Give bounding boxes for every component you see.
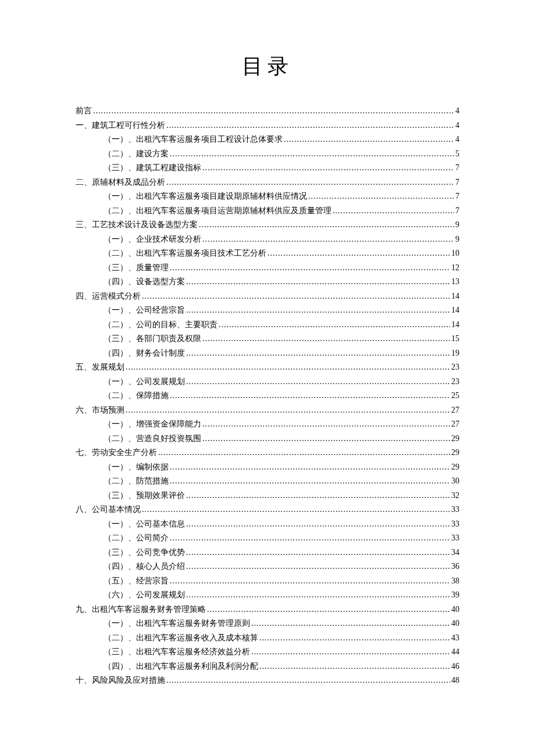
toc-leader-dots: ........................................…	[251, 645, 450, 660]
toc-entry-page: 13	[451, 275, 459, 289]
toc-entry[interactable]: （三）、各部门职责及权限............................…	[76, 332, 459, 346]
toc-leader-dots: ........................................…	[202, 432, 450, 446]
toc-entry-page: 30	[451, 474, 459, 489]
toc-entry[interactable]: 七、劳动安全生产分析..............................…	[76, 446, 459, 460]
toc-entry-label: （一）、编制依据	[104, 460, 169, 475]
toc-entry-label: （一）、公司经营宗旨	[104, 303, 185, 318]
toc-leader-dots: ........................................…	[308, 189, 454, 204]
toc-entry[interactable]: （二）、公司简介................................…	[76, 531, 459, 546]
toc-entry-page: 29	[451, 460, 459, 475]
toc-entry-page: 4	[455, 104, 459, 119]
toc-leader-dots: ........................................…	[207, 603, 450, 617]
toc-entry[interactable]: 五、发展规划..................................…	[76, 360, 459, 375]
toc-leader-dots: ........................................…	[333, 204, 454, 218]
toc-leader-dots: ........................................…	[170, 474, 450, 489]
toc-entry-label: （一）、企业技术研发分析	[104, 232, 201, 247]
toc-entry-page: 33	[451, 531, 459, 546]
toc-entry-page: 48	[451, 673, 459, 688]
toc-entry[interactable]: （二）、出租汽车客运服务项目技术工艺分析....................…	[76, 246, 459, 261]
toc-entry[interactable]: （五）、经营宗旨................................…	[76, 574, 459, 589]
toc-entry[interactable]: （一）、编制依据................................…	[76, 460, 459, 475]
toc-entry-label: （二）、出租汽车客运服务收入及成本核算	[104, 631, 258, 646]
toc-entry-label: 十、风险风险及应对措施	[76, 673, 165, 688]
toc-entry-label: （三）、公司竞争优势	[104, 546, 185, 560]
toc-entry-label: （一）、出租汽车客运服务项目工程设计总体要求	[104, 132, 283, 147]
toc-entry-page: 29	[451, 432, 459, 446]
toc-entry[interactable]: 一、建筑工程可行性分析.............................…	[76, 119, 459, 133]
toc-entry-page: 40	[451, 617, 459, 631]
toc-entry-page: 29	[451, 446, 459, 460]
toc-leader-dots: ........................................…	[186, 346, 450, 361]
toc-entry-page: 43	[451, 631, 459, 646]
toc-entry-page: 7	[455, 189, 459, 204]
toc-entry[interactable]: （三）、预期效果评价..............................…	[76, 489, 459, 503]
toc-entry[interactable]: 九、出租汽车客运服务财务管理策略........................…	[76, 603, 459, 617]
toc-leader-dots: ........................................…	[202, 232, 454, 247]
toc-entry[interactable]: （二）、出租汽车客运服务项目运营期原辅材料供应及质量管理............…	[76, 204, 459, 218]
toc-entry-label: （二）、防范措施	[104, 474, 169, 489]
toc-entry-page: 5	[455, 147, 459, 162]
toc-entry[interactable]: （三）、质量管理................................…	[76, 261, 459, 275]
toc-entry-label: （四）、财务会计制度	[104, 346, 185, 361]
toc-entry-label: （二）、公司简介	[104, 531, 169, 546]
toc-entry[interactable]: （二）、出租汽车客运服务收入及成本核算.....................…	[76, 631, 459, 646]
toc-leader-dots: ........................................…	[126, 403, 450, 418]
toc-entry-page: 7	[455, 161, 459, 175]
toc-entry[interactable]: 三、工艺技术设计及设备选型方案.........................…	[76, 218, 459, 232]
toc-leader-dots: ........................................…	[142, 503, 450, 517]
toc-entry[interactable]: 二、原辅材料及成品分析.............................…	[76, 175, 459, 190]
toc-entry-page: 14	[451, 289, 459, 304]
toc-leader-dots: ........................................…	[186, 560, 450, 574]
toc-entry[interactable]: 四、运营模式分析................................…	[76, 289, 459, 304]
toc-entry-label: （四）、核心人员介绍	[104, 560, 185, 574]
toc-entry-page: 19	[451, 346, 459, 361]
toc-entry[interactable]: （一）、公司经营宗旨..............................…	[76, 303, 459, 318]
toc-entry[interactable]: 十、风险风险及应对措施.............................…	[76, 673, 459, 688]
toc-leader-dots: ........................................…	[186, 546, 450, 560]
toc-entry-page: 4	[455, 132, 459, 147]
toc-entry[interactable]: （二）、防范措施................................…	[76, 474, 459, 489]
toc-entry-page: 15	[451, 332, 459, 346]
toc-entry[interactable]: 前言......................................…	[76, 104, 459, 119]
toc-entry[interactable]: （二）、公司的目标、主要职责..........................…	[76, 318, 459, 332]
toc-entry[interactable]: 八、公司基本情况................................…	[76, 503, 459, 517]
toc-leader-dots: ........................................…	[142, 289, 450, 304]
toc-entry[interactable]: （二）、建设方案................................…	[76, 147, 459, 162]
toc-entry-label: （二）、保障措施	[104, 389, 169, 403]
toc-entry-label: （二）、公司的目标、主要职责	[104, 318, 217, 332]
toc-entry-page: 44	[451, 645, 459, 660]
toc-entry[interactable]: （三）、建筑工程建设指标............................…	[76, 161, 459, 175]
toc-entry[interactable]: （二）、营造良好投资氛围............................…	[76, 432, 459, 446]
toc-entry[interactable]: （四）、财务会计制度..............................…	[76, 346, 459, 361]
toc-entry[interactable]: （一）、企业技术研发分析............................…	[76, 232, 459, 247]
toc-entry[interactable]: （四）、核心人员介绍..............................…	[76, 560, 459, 574]
toc-entry-label: 四、运营模式分析	[76, 289, 141, 304]
toc-entry[interactable]: （一）、出租汽车客运服务财务管理原则......................…	[76, 617, 459, 631]
toc-entry[interactable]: （一）、增强资金保障能力............................…	[76, 417, 459, 432]
toc-entry-page: 14	[451, 303, 459, 318]
toc-entry[interactable]: （二）、保障措施................................…	[76, 389, 459, 403]
toc-entry[interactable]: （六）、公司发展规划..............................…	[76, 588, 459, 603]
toc-entry[interactable]: （一）、公司发展规划..............................…	[76, 375, 459, 389]
toc-entry[interactable]: （四）、设备选型方案..............................…	[76, 275, 459, 289]
toc-entry[interactable]: （一）、出租汽车客运服务项目工程设计总体要求..................…	[76, 132, 459, 147]
toc-entry-label: （六）、公司发展规划	[104, 588, 185, 603]
toc-entry[interactable]: （一）、公司基本信息..............................…	[76, 517, 459, 532]
toc-entry[interactable]: （三）、公司竞争优势..............................…	[76, 546, 459, 560]
toc-leader-dots: ........................................…	[170, 147, 454, 162]
table-of-contents: 前言......................................…	[76, 104, 459, 688]
toc-entry[interactable]: （一）、出租汽车客运服务项目建设期原辅材料供应情况...............…	[76, 189, 459, 204]
toc-entry-page: 10	[451, 246, 459, 261]
toc-entry-label: （三）、质量管理	[104, 261, 169, 275]
toc-leader-dots: ........................................…	[93, 104, 454, 119]
toc-leader-dots: ........................................…	[202, 161, 454, 175]
toc-entry[interactable]: （四）、出租汽车客运服务利润及利润分配.....................…	[76, 660, 459, 674]
toc-entry[interactable]: 六、市场预测..................................…	[76, 403, 459, 418]
toc-entry-label: 前言	[76, 104, 92, 119]
toc-entry[interactable]: （三）、出租汽车客运服务经济效益分析......................…	[76, 645, 459, 660]
toc-entry-page: 4	[455, 119, 459, 133]
toc-entry-page: 34	[451, 546, 459, 560]
toc-entry-page: 27	[451, 403, 459, 418]
toc-entry-page: 40	[451, 603, 459, 617]
toc-title: 目录	[76, 52, 459, 81]
